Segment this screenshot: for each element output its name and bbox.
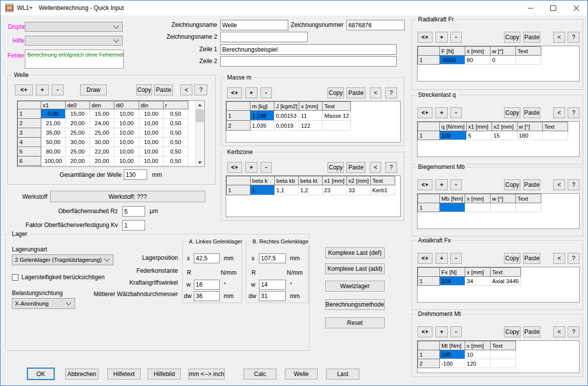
welle-button[interactable]: Welle: [285, 369, 318, 380]
scroll-down-button[interactable]: [196, 158, 204, 166]
cell[interactable]: 30,00: [90, 138, 114, 147]
column-header[interactable]: den: [90, 101, 114, 109]
cell[interactable]: 80: [465, 56, 491, 65]
row-header[interactable]: 1: [18, 109, 41, 119]
row-header[interactable]: 6: [18, 156, 41, 166]
add-row-button[interactable]: <+: [418, 32, 432, 43]
cell[interactable]: 10,00: [66, 166, 90, 167]
add-row-button[interactable]: <+: [418, 179, 432, 190]
hilfe-select[interactable]: [25, 36, 123, 46]
cell[interactable]: 22,00: [90, 147, 114, 156]
prev-button[interactable]: <: [370, 162, 381, 173]
prev-button[interactable]: <: [553, 326, 565, 337]
titlebar[interactable]: WL1+ Wellenberechnung - Quick Input: [0, 0, 588, 15]
prev-button[interactable]: <: [553, 107, 565, 118]
column-header[interactable]: x [mm]: [465, 268, 491, 277]
cell[interactable]: 0,00153: [274, 111, 299, 121]
cell[interactable]: 10,00: [139, 147, 164, 156]
row-header[interactable]: 1: [227, 111, 251, 121]
cell[interactable]: 1,2: [299, 185, 323, 195]
durchmesser-a-input[interactable]: [194, 291, 220, 301]
cell[interactable]: 1,035: [251, 121, 274, 131]
column-header[interactable]: x2 [mm]: [347, 176, 371, 185]
hilfebild-button[interactable]: Hilfebild: [148, 369, 181, 380]
column-header[interactable]: beta kb: [275, 176, 299, 185]
prev-button[interactable]: <: [553, 179, 565, 190]
ok-button[interactable]: OK: [27, 368, 55, 380]
add-row-button[interactable]: <+: [227, 87, 242, 98]
cell[interactable]: [516, 203, 541, 212]
cell[interactable]: 50,00: [41, 138, 66, 147]
cell[interactable]: 122: [299, 121, 323, 131]
cell[interactable]: 100,00: [41, 156, 66, 166]
cell[interactable]: 10,00: [139, 166, 164, 167]
berechnungsmethode-button[interactable]: Berechnungsmethode: [325, 299, 385, 310]
column-header[interactable]: Fx [N]: [440, 268, 465, 277]
cell[interactable]: 34: [465, 277, 491, 286]
cell[interactable]: 1,1: [275, 185, 299, 195]
paste-button[interactable]: Paste: [523, 253, 540, 264]
reset-button[interactable]: Reset: [325, 317, 385, 328]
help-button[interactable]: ?: [385, 87, 397, 98]
cell[interactable]: 15,00: [66, 109, 90, 119]
cell[interactable]: 24,00: [90, 119, 114, 128]
column-header[interactable]: Mb [Nm]: [440, 194, 465, 203]
rz-input[interactable]: [122, 206, 145, 217]
paste-button[interactable]: Paste: [154, 84, 173, 95]
cell[interactable]: [465, 203, 491, 212]
help-button[interactable]: ?: [568, 253, 580, 264]
prev-button[interactable]: <: [553, 253, 565, 264]
streckenlast-table[interactable]: q [N/mm]x1 [mm]x2 [mm]w [°]Text110051518…: [417, 121, 580, 157]
cell[interactable]: Kerb1: [371, 185, 395, 195]
minus-button[interactable]: -: [450, 253, 462, 264]
column-header[interactable]: q [N/mm]: [440, 122, 467, 131]
cell[interactable]: -8000: [440, 56, 465, 65]
display-select[interactable]: [25, 22, 123, 32]
column-header[interactable]: w [°]: [491, 194, 516, 203]
cell[interactable]: [491, 203, 516, 212]
zeichnungsname-input[interactable]: [220, 20, 288, 30]
werkstoff-button[interactable]: Werkstoff: ???: [50, 191, 205, 202]
cell[interactable]: 100: [440, 131, 467, 140]
copy-button[interactable]: Copy: [136, 84, 152, 95]
column-header[interactable]: Mt [Nm]: [440, 341, 465, 350]
cell[interactable]: 0,50: [164, 166, 188, 167]
column-header[interactable]: x1: [41, 101, 66, 109]
cell[interactable]: [542, 131, 568, 140]
column-header[interactable]: Text: [371, 176, 395, 185]
prev-button[interactable]: <: [180, 84, 192, 95]
plus-button[interactable]: +: [245, 162, 257, 173]
cell[interactable]: 35,00: [41, 128, 66, 138]
column-header[interactable]: beta kt: [299, 176, 323, 185]
minus-button[interactable]: -: [450, 179, 462, 190]
row-header[interactable]: 1: [227, 185, 251, 195]
cell[interactable]: [491, 359, 516, 368]
column-header[interactable]: x [mm]: [299, 102, 323, 111]
plus-button[interactable]: +: [435, 179, 448, 190]
zeile2-input[interactable]: [220, 56, 397, 67]
column-header[interactable]: F [N]: [440, 47, 465, 56]
lagerposition-a-input[interactable]: [194, 253, 220, 263]
waelzlager-button[interactable]: Waelzlager: [325, 281, 385, 292]
cell[interactable]: 324: [440, 277, 465, 286]
plus-button[interactable]: +: [435, 107, 448, 118]
cell[interactable]: 80,00: [41, 147, 66, 156]
maximize-button[interactable]: [542, 0, 565, 15]
scroll-up-button[interactable]: [196, 101, 204, 109]
minus-button[interactable]: -: [450, 32, 462, 43]
row-header[interactable]: 2: [418, 359, 440, 368]
column-header[interactable]: r: [164, 101, 188, 109]
durchmesser-b-input[interactable]: [259, 291, 286, 301]
cell[interactable]: 10,00: [114, 119, 139, 128]
cell[interactable]: 10,00: [139, 109, 164, 119]
cell[interactable]: 15,00: [90, 109, 114, 119]
axialkraft-table[interactable]: Fx [N]x [mm]Text132434Axial 3445: [417, 267, 580, 303]
column-header[interactable]: w [°]: [491, 47, 516, 56]
copy-button[interactable]: Copy: [504, 32, 520, 43]
cell[interactable]: 10,00: [114, 109, 139, 119]
copy-button[interactable]: Copy: [328, 87, 344, 98]
last-button[interactable]: Last: [326, 369, 359, 380]
cell[interactable]: 10,00: [114, 166, 139, 167]
column-header[interactable]: x [mm]: [465, 341, 491, 350]
cell[interactable]: 20,00: [90, 156, 114, 166]
